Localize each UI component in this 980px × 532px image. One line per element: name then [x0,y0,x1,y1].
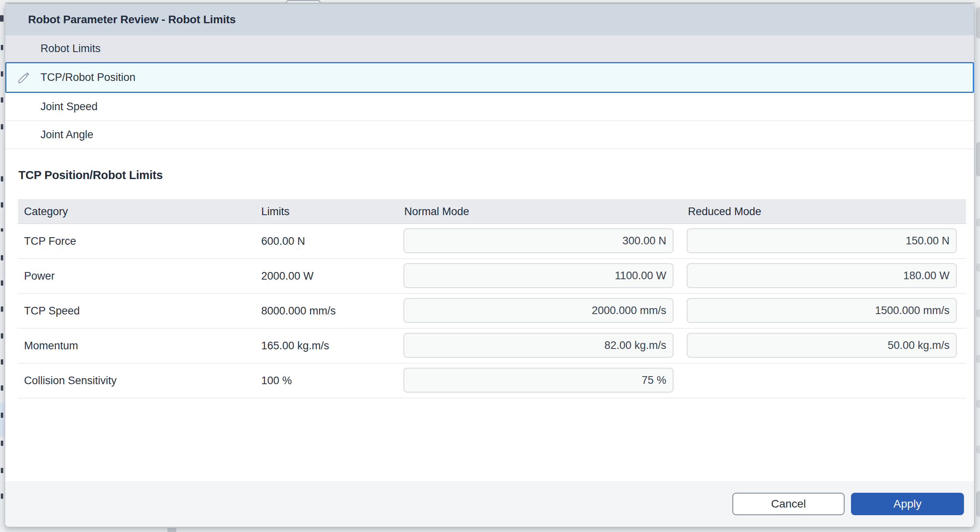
cancel-button[interactable]: Cancel [732,493,845,515]
background-text-fragment [1,45,3,50]
reduced-mode-input-power[interactable] [687,263,957,288]
normal-mode-input-momentum[interactable] [403,333,673,358]
nav-item-label: TCP/Robot Position [40,71,135,84]
dialog-title: Robot Parameter Review - Robot Limits [28,13,236,26]
background-panel-fragment [976,445,980,453]
column-header-reduced-mode: Reduced Mode [688,205,761,218]
background-text-fragment [1,385,3,391]
background-panel-fragment [976,491,980,517]
normal-mode-input-tcp-speed[interactable] [403,298,673,323]
background-window-top-edge [5,0,980,4]
background-text-fragment [1,413,3,418]
background-text-fragment [1,176,3,181]
category-label: Power [24,270,55,282]
background-text-fragment [1,255,3,260]
reduced-mode-input-tcp-speed[interactable] [687,298,957,323]
limit-value: 2000.00 W [261,270,314,282]
nav-item-joint-speed[interactable]: Joint Speed [5,93,974,121]
limit-value: 100 % [261,375,292,387]
table-row-tcp-speed: TCP Speed 8000.000 mm/s [18,294,966,328]
category-label: TCP Speed [24,305,80,317]
background-text-fragment [1,124,3,129]
nav-item-label: Joint Speed [40,101,98,113]
normal-mode-input-power[interactable] [403,263,673,288]
reduced-mode-input-momentum[interactable] [687,333,957,358]
background-text-fragment [1,468,3,473]
nav-item-label: Joint Angle [40,129,93,141]
background-panel-fragment [976,142,980,176]
robot-parameter-review-dialog: Robot Parameter Review - Robot Limits Ro… [5,4,974,527]
background-text-fragment [0,15,4,22]
background-window-right-edge [975,0,980,532]
background-text-fragment [1,494,3,499]
background-text-fragment [1,359,3,365]
background-tab-fragment [286,0,321,3]
apply-button[interactable]: Apply [851,493,964,515]
background-panel-fragment [976,355,980,363]
background-scrollbar-fragment [167,528,176,532]
background-panel-fragment [976,264,980,272]
category-label: Momentum [24,340,78,352]
limit-value: 600.00 N [261,235,305,248]
table-row-tcp-force: TCP Force 600.00 N [18,224,966,259]
background-window-bottom-edge [5,527,975,532]
background-text-fragment [1,333,3,339]
limits-table-header: Category Limits Normal Mode Reduced Mode [18,199,966,224]
background-text-fragment [1,202,3,208]
nav-group-label: Robot Limits [40,42,101,55]
background-text-fragment [1,97,3,103]
background-text-fragment [1,228,3,232]
column-header-limits: Limits [261,205,290,218]
table-row-power: Power 2000.00 W [18,259,966,294]
dialog-titlebar: Robot Parameter Review - Robot Limits [5,4,974,35]
category-label: Collision Sensitivity [24,375,117,387]
nav-item-tcp-robot-position[interactable]: TCP/Robot Position [5,62,974,93]
background-text-fragment [1,441,3,446]
background-text-fragment [1,280,3,286]
section-title: TCP Position/Robot Limits [18,168,974,182]
nav-group-robot-limits[interactable]: Robot Limits [5,35,974,62]
column-header-normal-mode: Normal Mode [404,205,469,218]
limit-value: 8000.000 mm/s [261,305,336,317]
background-panel-fragment [976,400,980,408]
table-row-collision-sensitivity: Collision Sensitivity 100 % [18,363,966,398]
background-text-fragment [1,306,3,312]
reduced-mode-input-tcp-force[interactable] [687,228,957,253]
column-header-category: Category [24,205,68,218]
nav-item-joint-angle[interactable]: Joint Angle [5,121,974,149]
background-panel-fragment [976,218,980,226]
pencil-edit-icon [16,71,31,85]
limit-value: 165.00 kg.m/s [261,340,329,352]
background-panel-fragment [976,7,980,38]
dialog-footer: Cancel Apply [5,481,974,527]
normal-mode-input-tcp-force[interactable] [403,228,673,253]
background-text-fragment [1,71,3,77]
category-label: TCP Force [24,235,76,248]
limits-table: Category Limits Normal Mode Reduced Mode… [18,199,966,398]
normal-mode-input-collision-sensitivity[interactable] [403,368,673,393]
table-row-momentum: Momentum 165.00 kg.m/s [18,328,966,363]
background-panel-fragment [976,309,980,317]
